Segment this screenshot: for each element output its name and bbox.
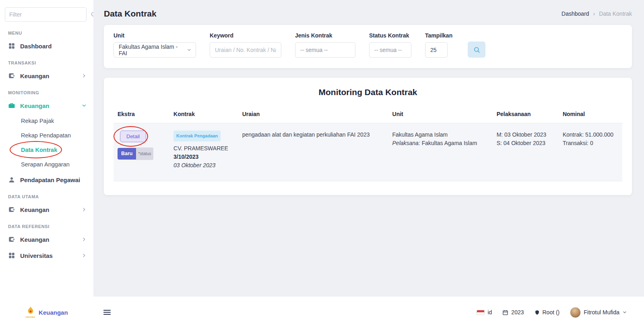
unit-name: Fakultas Agama Islam — [392, 131, 489, 139]
keyword-input[interactable] — [210, 43, 281, 57]
jenis-kontrak-select[interactable]: -- semua -- — [295, 42, 355, 58]
year-selector[interactable]: 2023 — [502, 309, 524, 316]
user-menu[interactable]: Fitrotul Mufida — [570, 307, 627, 318]
page-title: Data Kontrak — [104, 9, 157, 19]
sidebar-subitem-label: Rekap Pajak — [21, 118, 54, 124]
chevron-right-icon — [81, 253, 87, 258]
column-header-kontrak: Kontrak — [169, 107, 238, 123]
role-label: Root () — [543, 309, 560, 316]
filter-field-unit: Unit Fakultas Agama Islam - FAI — [114, 32, 196, 58]
search-button[interactable] — [468, 42, 485, 58]
nominal-transaksi: Transaksi: 0 — [563, 139, 618, 147]
chevron-right-icon — [81, 73, 87, 79]
filter-card: Unit Fakultas Agama Islam - FAI Keyword … — [104, 25, 632, 68]
unit-select[interactable]: Fakultas Agama Islam - FAI — [114, 42, 196, 58]
sidebar-item-label: Universitas — [20, 252, 53, 259]
pelaksana-label: Pelaksana: — [392, 140, 420, 146]
monitoring-card: Monitoring Data Kontrak Ekstra Kontrak U… — [104, 78, 632, 195]
jenis-kontrak-label: Jenis Kontrak — [295, 32, 355, 39]
filter-field-jenis: Jenis Kontrak -- semua -- — [295, 32, 355, 58]
vendor-name: CV. PRAMESWAREE — [173, 144, 234, 153]
sidebar-item-keuangan-monitoring[interactable]: Keuangan — [0, 98, 93, 114]
sidebar-section-menu: MENU — [0, 24, 93, 38]
status-kontrak-select[interactable]: -- semua -- — [369, 42, 411, 58]
status-badge-row: Baru *status — [118, 147, 165, 160]
column-header-unit: Unit — [388, 107, 493, 123]
sidebar-item-dashboard[interactable]: Dashboard — [0, 38, 93, 54]
search-icon[interactable] — [91, 11, 93, 18]
year-label: 2023 — [511, 309, 524, 316]
sidebar-item-label: Keuangan — [20, 206, 50, 213]
grid-icon — [8, 252, 15, 259]
status-kontrak-value: -- semua -- — [374, 47, 402, 53]
main-wrap: MENU Dashboard TRANSAKSI Keuangan MONITO… — [0, 0, 644, 297]
sidebar-subitem-rekap-pajak[interactable]: Rekap Pajak — [0, 114, 93, 128]
sidebar-item-label: Pendapatan Pegawai — [20, 176, 80, 183]
person-icon — [8, 176, 15, 183]
user-name: Fitrotul Mufida — [584, 309, 619, 316]
wallet-icon — [8, 72, 15, 79]
main-content: Data Kontrak Dashboard › Data Kontrak Un… — [93, 0, 644, 297]
detail-button-wrap: Detail — [120, 131, 146, 142]
cell-ekstra: Detail Baru *status — [114, 123, 169, 181]
unit-label: Unit — [114, 32, 196, 39]
calendar-icon — [502, 309, 508, 316]
cell-unit: Fakultas Agama Islam Pelaksana: Fakultas… — [388, 123, 493, 181]
sidebar-subitem-data-kontrak[interactable]: Data Kontrak — [0, 143, 93, 157]
sidebar: MENU Dashboard TRANSAKSI Keuangan MONITO… — [0, 0, 93, 297]
wallet-icon — [8, 236, 15, 243]
breadcrumb-current: Data Kontrak — [599, 10, 632, 17]
footer: UNISMA Keuangan id 2023 Root () — [0, 297, 644, 328]
table-row: Detail Baru *status Kontrak Pengadaan — [114, 123, 622, 181]
sidebar-item-keuangan-data-utama[interactable]: Keuangan — [0, 201, 93, 218]
column-header-ekstra: Ekstra — [114, 107, 169, 123]
breadcrumb-home[interactable]: Dashboard — [561, 10, 589, 17]
chevron-right-icon — [81, 207, 87, 212]
chevron-right-icon — [81, 237, 87, 242]
wallet-icon — [8, 206, 15, 213]
sidebar-item-keuangan-referensi[interactable]: Keuangan — [0, 231, 93, 247]
app-root: MENU Dashboard TRANSAKSI Keuangan MONITO… — [0, 0, 644, 328]
role-selector[interactable]: Root () — [535, 309, 560, 316]
sidebar-subitem-serapan-anggaran[interactable]: Serapan Anggaran — [0, 157, 93, 172]
pelaksana-line: Pelaksana: Fakultas Agama Islam — [392, 139, 489, 147]
search-icon — [473, 46, 480, 53]
sidebar-subitem-label: Data Kontrak — [21, 147, 57, 153]
unisma-logo-text: UNISMA — [25, 316, 35, 319]
uraian-text: pengadaan alat dan kegiatan perkuliahan … — [242, 131, 370, 138]
sidebar-item-universitas[interactable]: Universitas — [0, 247, 93, 264]
language-label: id — [487, 309, 492, 316]
sidebar-item-label: Keuangan — [20, 102, 50, 109]
sidebar-item-pendapatan-pegawai[interactable]: Pendapatan Pegawai — [0, 172, 93, 188]
tanggal-mulai: M: 03 Oktober 2023 — [497, 131, 555, 139]
footer-right: id 2023 Root () Fitrotul Mufida — [477, 307, 644, 318]
detail-button[interactable]: Detail — [120, 131, 146, 142]
tampilkan-label: Tampilkan — [425, 32, 452, 39]
page-header: Data Kontrak Dashboard › Data Kontrak — [104, 9, 632, 19]
indonesia-flag-icon — [477, 310, 485, 315]
brand-link[interactable]: UNISMA Keuangan — [0, 306, 93, 319]
sidebar-filter-input[interactable] — [5, 7, 87, 22]
tampilkan-input[interactable] — [425, 43, 447, 57]
footer-left: UNISMA Keuangan — [0, 306, 112, 319]
tanggal-selesai: S: 04 Oktober 2023 — [497, 139, 555, 147]
sidebar-section-monitoring: MONITORING — [0, 84, 93, 98]
status-kontrak-label: Status Kontrak — [369, 32, 411, 39]
sidebar-subitem-rekap-pendapatan[interactable]: Rekap Pendapatan — [0, 128, 93, 143]
chevron-down-icon — [81, 103, 87, 108]
kontrak-date-long: 03 Oktober 2023 — [173, 161, 234, 170]
cell-pelaksanaan: M: 03 Oktober 2023 S: 04 Oktober 2023 — [493, 123, 559, 181]
filter-field-tampilkan: Tampilkan — [425, 32, 452, 58]
briefcase-icon — [8, 102, 15, 109]
hamburger-menu-icon[interactable] — [102, 307, 112, 317]
chevron-down-icon — [187, 48, 192, 52]
avatar — [570, 307, 581, 318]
jenis-kontrak-badge: Kontrak Pengadaan — [173, 131, 221, 141]
chevron-down-icon — [622, 310, 627, 315]
sidebar-item-keuangan-transaksi[interactable]: Keuangan — [0, 68, 93, 84]
shield-icon — [535, 310, 540, 315]
language-switcher[interactable]: id — [477, 309, 492, 316]
grid-icon — [8, 42, 15, 50]
monitoring-title: Monitoring Data Kontrak — [114, 87, 622, 97]
cell-uraian: pengadaan alat dan kegiatan perkuliahan … — [238, 123, 388, 181]
